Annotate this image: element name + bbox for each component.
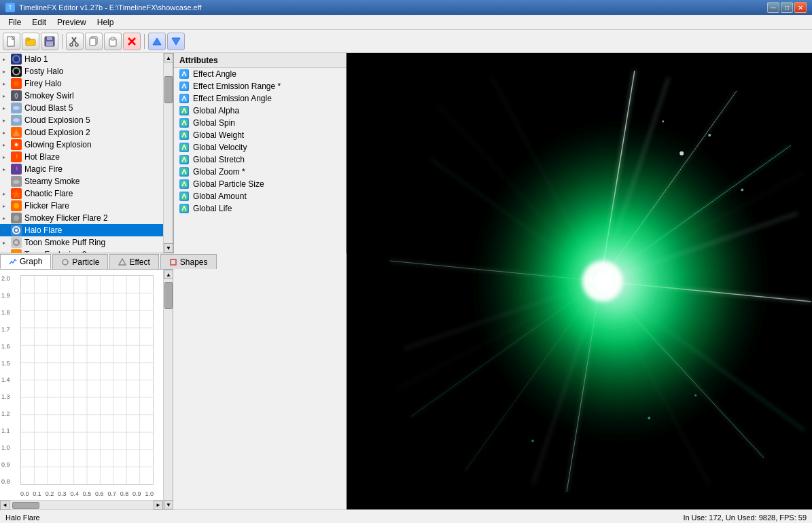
attr-item-effect-angle[interactable]: Effect Angle	[174, 68, 346, 80]
menu-edit[interactable]: Edit	[27, 16, 52, 29]
attr-item-global-stretch[interactable]: Global Stretch	[174, 154, 346, 166]
effect-item-smokey-flicker[interactable]: ▸ Smokey Flicker Flare 2	[0, 212, 163, 224]
menu-file[interactable]: File	[3, 16, 27, 29]
effect-label: Chaotic Flare	[24, 189, 73, 198]
effect-item-steamy-smoke[interactable]: Steamy Smoke	[0, 175, 163, 187]
effect-item-glowing-exp[interactable]: ▸ Glowing Explosion	[0, 139, 163, 151]
attr-icon	[179, 82, 189, 91]
hscroll-right-arrow[interactable]: ►	[154, 501, 163, 510]
hscroll-track[interactable]	[10, 501, 154, 509]
effect-item-toon-smoke[interactable]: ▸ Toon Smoke Puff Ring	[0, 236, 163, 249]
effect-list-scrollbar[interactable]: ▲ ▼	[163, 53, 173, 253]
preview-area	[347, 53, 812, 509]
effect-item-hot-blaze[interactable]: ▸ Hot Blaze	[0, 151, 163, 163]
paste-button[interactable]	[104, 33, 122, 50]
x-label-03: 0.3	[58, 490, 67, 497]
open-button[interactable]	[22, 33, 39, 50]
x-label-08: 0.8	[120, 490, 129, 497]
tab-graph[interactable]: Graph	[0, 254, 51, 269]
delete-button[interactable]	[123, 33, 141, 50]
graph-area: 2.0 1.9 1.8 1.7 1.6 1.5 1.4 1.3 1.2 1.1 …	[0, 270, 163, 500]
hscroll-left-arrow[interactable]: ◄	[0, 501, 10, 510]
scroll-thumb[interactable]	[164, 76, 173, 103]
preview-svg	[347, 53, 812, 509]
statusbar-right: In Use: 172, Un Used: 9828, FPS: 59	[683, 513, 807, 522]
attr-item-global-alpha[interactable]: Global Alpha	[174, 105, 346, 117]
attr-label: Effect Emission Range *	[193, 82, 281, 91]
effect-icon	[11, 66, 22, 77]
particle-tab-icon	[61, 258, 69, 266]
attr-icon	[179, 143, 189, 152]
effect-label: Cloud Blast 5	[24, 103, 73, 113]
tab-shapes[interactable]: Shapes	[160, 254, 217, 269]
effect-label: Cloud Explosion 5	[24, 115, 90, 125]
svg-point-28	[14, 203, 19, 209]
effect-item-chaotic-flare[interactable]: ▸ Chaotic Flare	[0, 187, 163, 200]
graph-vscrollbar[interactable]: ▲ ▼	[163, 270, 173, 509]
copy-button[interactable]	[85, 33, 103, 50]
effect-icon	[11, 127, 22, 138]
effect-item-flicker-flare[interactable]: ▸ Flicker Flare	[0, 200, 163, 212]
close-button[interactable]: ✕	[794, 2, 807, 13]
attr-icon	[179, 130, 189, 140]
attr-icon	[179, 94, 189, 103]
svg-point-104	[679, 151, 684, 156]
save-button[interactable]	[41, 33, 58, 50]
y-label-11: 1.1	[1, 427, 19, 434]
effect-item-cloud-exp2[interactable]: ▸ Cloud Explosion 2	[0, 126, 163, 139]
expand-arrow: ▸	[3, 130, 8, 136]
effect-icon	[11, 176, 22, 187]
attr-label: Effect Emission Angle	[193, 94, 272, 103]
effect-icon	[11, 78, 22, 89]
effect-item-smokey-swirl[interactable]: ▸ Smokey Swirl	[0, 90, 163, 102]
tabs-bar: Graph Particle Effect Shapes	[0, 253, 173, 270]
attr-item-global-life[interactable]: Global Life	[174, 202, 346, 215]
attr-item-global-zoom[interactable]: Global Zoom *	[174, 166, 346, 178]
vscroll-thumb[interactable]	[164, 282, 173, 309]
attr-item-effect-emission-range[interactable]: Effect Emission Range *	[174, 80, 346, 92]
new-button[interactable]	[3, 33, 20, 50]
y-label-19: 1.9	[1, 292, 19, 299]
svg-point-108	[648, 417, 650, 420]
effect-item-firey[interactable]: ▸ Firey Halo	[0, 77, 163, 90]
hscroll-thumb[interactable]	[12, 502, 39, 509]
tab-particle[interactable]: Particle	[52, 254, 108, 269]
x-label-05: 0.5	[83, 490, 92, 497]
menu-help[interactable]: Help	[92, 16, 120, 29]
vscroll-down-arrow[interactable]: ▼	[164, 500, 173, 509]
svg-rect-4	[47, 37, 52, 40]
effect-icon	[11, 213, 22, 223]
tab-graph-label: Graph	[20, 257, 42, 266]
minimize-button[interactable]: ─	[767, 2, 779, 13]
tab-effect[interactable]: Effect	[109, 254, 158, 269]
attr-item-global-weight[interactable]: Global Weight	[174, 129, 346, 141]
effect-item-cloud5[interactable]: ▸ Cloud Blast 5	[0, 102, 163, 114]
svg-point-109	[694, 395, 696, 397]
effect-item-halo-flare[interactable]: ▸ Halo Flare	[0, 224, 163, 236]
effect-list-container: ▸ Halo 1 ▸ Fosty Halo ▸ Firey Halo ▸	[0, 53, 173, 253]
effect-item-fosty[interactable]: ▸ Fosty Halo	[0, 65, 163, 77]
effect-item-halo1[interactable]: ▸ Halo 1	[0, 53, 163, 65]
titlebar-controls[interactable]: ─ □ ✕	[767, 2, 807, 13]
effect-item-toon-exp2[interactable]: ▸ Toon Explosion 2	[0, 249, 163, 253]
attr-item-global-amount[interactable]: Global Amount	[174, 190, 346, 202]
move-up-button[interactable]	[148, 33, 166, 50]
effect-item-magic-fire[interactable]: ▸ Magic Fire	[0, 163, 163, 175]
effect-item-cloud-exp5[interactable]: ▸ Cloud Explosion 5	[0, 114, 163, 126]
attr-item-global-particle-size[interactable]: Global Particle Size	[174, 178, 346, 190]
scroll-down-arrow[interactable]: ▼	[164, 243, 173, 253]
attr-item-global-velocity[interactable]: Global Velocity	[174, 141, 346, 154]
attr-item-effect-emission-angle[interactable]: Effect Emission Angle	[174, 92, 346, 105]
cut-button[interactable]	[66, 33, 84, 50]
maximize-button[interactable]: □	[781, 2, 793, 13]
vscroll-up-arrow[interactable]: ▲	[164, 270, 173, 279]
scroll-up-arrow[interactable]: ▲	[164, 53, 173, 62]
move-down-button[interactable]	[167, 33, 185, 50]
vscroll-track[interactable]	[164, 279, 173, 500]
effect-label: Glowing Explosion	[24, 140, 92, 149]
scroll-track[interactable]	[164, 62, 173, 243]
attr-item-global-spin[interactable]: Global Spin	[174, 117, 346, 129]
graph-hscrollbar[interactable]: ◄ ►	[0, 500, 163, 509]
menu-preview[interactable]: Preview	[52, 16, 92, 29]
effect-icon	[11, 103, 22, 113]
